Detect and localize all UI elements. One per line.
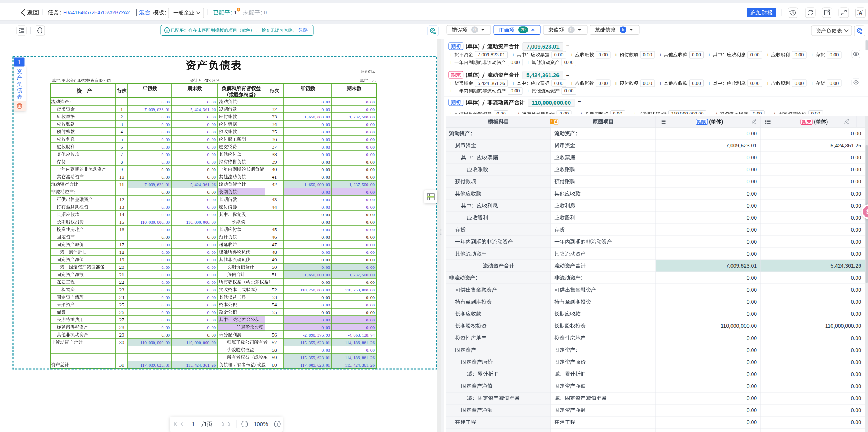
svg-text:0.00: 0.00 bbox=[747, 311, 757, 317]
svg-text:0.00: 0.00 bbox=[747, 299, 757, 305]
svg-text:$: $ bbox=[866, 208, 868, 215]
svg-text:115, 359, 623. 01: 115, 359, 623. 01 bbox=[300, 340, 330, 345]
svg-text:0. 00: 0. 00 bbox=[366, 205, 375, 209]
svg-text:1, 237, 500. 00: 1, 237, 500. 00 bbox=[349, 115, 375, 119]
svg-text:0. 00: 0. 00 bbox=[207, 100, 216, 104]
svg-text:0. 00: 0. 00 bbox=[321, 348, 330, 352]
svg-text:0. 00: 0. 00 bbox=[207, 212, 216, 217]
svg-text:0.00: 0.00 bbox=[511, 60, 520, 65]
svg-text:0. 00: 0. 00 bbox=[161, 145, 170, 149]
svg-text:35: 35 bbox=[272, 129, 277, 135]
svg-text:1: 1 bbox=[234, 9, 237, 15]
svg-text:115, 359, 623. 01: 115, 359, 623. 01 bbox=[300, 355, 330, 360]
svg-text:0. 00: 0. 00 bbox=[161, 115, 170, 119]
svg-text:0.00: 0.00 bbox=[747, 347, 757, 353]
svg-text:7,009,623.01: 7,009,623.01 bbox=[526, 43, 560, 50]
svg-text:0. 00: 0. 00 bbox=[161, 250, 170, 255]
svg-text:14: 14 bbox=[119, 212, 125, 217]
svg-text:0.00: 0.00 bbox=[851, 155, 861, 161]
svg-text:0. 00: 0. 00 bbox=[366, 167, 375, 172]
svg-text:49: 49 bbox=[272, 257, 277, 262]
svg-text:=: = bbox=[578, 99, 581, 105]
svg-text:0. 00: 0. 00 bbox=[321, 318, 330, 322]
svg-text:+: + bbox=[614, 52, 617, 58]
svg-text:50: 50 bbox=[272, 264, 277, 270]
svg-text:7, 009, 623. 01: 7, 009, 623. 01 bbox=[144, 107, 170, 112]
svg-text:0.00: 0.00 bbox=[851, 383, 861, 389]
svg-text:0.00: 0.00 bbox=[747, 179, 757, 185]
svg-text:0. 00: 0. 00 bbox=[366, 100, 375, 104]
svg-text:0. 00: 0. 00 bbox=[366, 235, 375, 239]
svg-text:0. 00: 0. 00 bbox=[366, 175, 375, 179]
svg-text:0.00: 0.00 bbox=[851, 167, 861, 173]
svg-text:A: A bbox=[859, 10, 862, 16]
svg-text:32: 32 bbox=[272, 106, 277, 112]
svg-text:0. 00: 0. 00 bbox=[161, 100, 170, 104]
svg-text:0. 00: 0. 00 bbox=[207, 167, 216, 172]
svg-text:0.00: 0.00 bbox=[851, 227, 861, 233]
svg-text:0. 00: 0. 00 bbox=[207, 250, 216, 255]
svg-text:0. 00: 0. 00 bbox=[321, 130, 330, 134]
svg-text:110,000,000.00: 110,000,000.00 bbox=[825, 323, 861, 329]
svg-text:115, 424, 361. 26: 115, 424, 361. 26 bbox=[345, 363, 375, 367]
svg-text:5: 5 bbox=[622, 27, 625, 32]
svg-text:26: 26 bbox=[119, 309, 125, 315]
svg-text:0.00: 0.00 bbox=[643, 81, 652, 86]
svg-text:0. 00: 0. 00 bbox=[321, 250, 330, 255]
svg-text:3: 3 bbox=[121, 121, 123, 127]
svg-text:0.00: 0.00 bbox=[747, 130, 757, 136]
svg-text:0.00: 0.00 bbox=[747, 359, 757, 365]
svg-text:7, 009, 623. 01: 7, 009, 623. 01 bbox=[144, 182, 170, 187]
svg-text:0. 00: 0. 00 bbox=[366, 160, 375, 164]
svg-text:0. 00: 0. 00 bbox=[366, 130, 375, 134]
svg-text:0. 00: 0. 00 bbox=[161, 212, 170, 217]
svg-text:0. 00: 0. 00 bbox=[366, 227, 375, 232]
svg-text:0. 00: 0. 00 bbox=[161, 227, 170, 232]
svg-text:5,424,361.26: 5,424,361.26 bbox=[526, 72, 560, 78]
svg-text:5: 5 bbox=[121, 136, 123, 142]
svg-text:0. 00: 0. 00 bbox=[207, 160, 216, 164]
svg-text:110,000,000.00: 110,000,000.00 bbox=[721, 323, 757, 329]
svg-text:0. 00: 0. 00 bbox=[366, 220, 375, 224]
svg-text:0. 00: 0. 00 bbox=[161, 310, 170, 315]
svg-text:6: 6 bbox=[121, 144, 123, 150]
svg-text:43: 43 bbox=[272, 197, 277, 202]
svg-text:58: 58 bbox=[272, 347, 277, 353]
svg-text:0. 00: 0. 00 bbox=[207, 137, 216, 142]
svg-text:0. 00: 0. 00 bbox=[321, 265, 330, 270]
svg-text:+: + bbox=[527, 88, 530, 94]
svg-text:45: 45 bbox=[272, 227, 277, 232]
svg-text:20: 20 bbox=[119, 264, 124, 270]
svg-text:21: 21 bbox=[119, 272, 124, 277]
svg-text:7: 7 bbox=[121, 152, 123, 157]
svg-text:0. 00: 0. 00 bbox=[207, 318, 216, 322]
svg-text:0. 00: 0. 00 bbox=[161, 273, 170, 277]
svg-text:5,424,361.26: 5,424,361.26 bbox=[478, 81, 505, 86]
svg-text:0.00: 0.00 bbox=[747, 371, 757, 377]
svg-text:0. 00: 0. 00 bbox=[321, 190, 330, 194]
svg-text:+: + bbox=[811, 80, 814, 86]
svg-text:0. 00: 0. 00 bbox=[207, 273, 216, 277]
svg-text:7,009,623.01: 7,009,623.01 bbox=[726, 142, 757, 149]
svg-text:0.00: 0.00 bbox=[795, 52, 804, 58]
svg-text:100%: 100% bbox=[254, 421, 268, 427]
svg-text:33: 33 bbox=[272, 114, 277, 120]
svg-text:0.00: 0.00 bbox=[851, 215, 861, 221]
svg-text:0. 00: 0. 00 bbox=[207, 145, 216, 149]
svg-text:0. 00: 0. 00 bbox=[207, 258, 216, 262]
svg-text:0. 00: 0. 00 bbox=[366, 325, 375, 330]
svg-text:0. 00: 0. 00 bbox=[321, 227, 330, 232]
svg-text:0.00: 0.00 bbox=[554, 81, 563, 86]
svg-text:0.00: 0.00 bbox=[747, 227, 757, 233]
svg-text:0. 00: 0. 00 bbox=[161, 333, 170, 337]
svg-text:44: 44 bbox=[272, 204, 277, 210]
svg-text:0.00: 0.00 bbox=[747, 383, 757, 389]
svg-text:0.00: 0.00 bbox=[795, 81, 804, 86]
svg-text:4: 4 bbox=[555, 120, 558, 124]
svg-text:0. 00: 0. 00 bbox=[161, 205, 170, 209]
svg-text:0. 00: 0. 00 bbox=[207, 152, 216, 157]
svg-text:118, 250, 000. 00: 118, 250, 000. 00 bbox=[300, 288, 330, 292]
svg-text:0. 00: 0. 00 bbox=[161, 137, 170, 142]
svg-text:24: 24 bbox=[119, 294, 125, 300]
svg-text:0. 00: 0. 00 bbox=[207, 243, 216, 247]
